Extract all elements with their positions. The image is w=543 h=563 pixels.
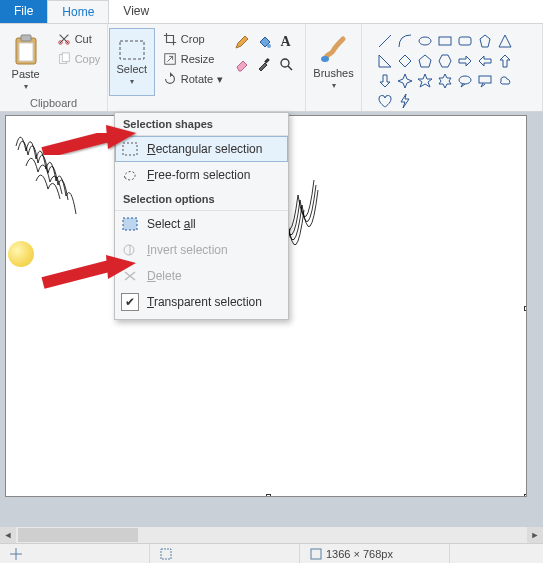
chevron-down-icon: ▾: [130, 77, 134, 86]
dropdown-section-options: Selection options: [115, 188, 288, 211]
canvas-handle-bottom[interactable]: [266, 494, 271, 496]
select-all-icon: [121, 215, 139, 233]
select-dropdown: Selection shapes Rectangular selection F…: [114, 112, 289, 320]
shape-curve[interactable]: [396, 32, 414, 50]
shape-line[interactable]: [376, 32, 394, 50]
group-image: Select ▾ Crop Resize Rotate ▾: [108, 24, 228, 111]
svg-point-16: [459, 76, 471, 84]
tab-home[interactable]: Home: [47, 0, 109, 23]
status-dimensions-value: 1366 × 768px: [326, 548, 393, 560]
svg-rect-14: [439, 37, 451, 45]
crop-button[interactable]: Crop: [159, 30, 227, 48]
tab-bar: File Home View: [0, 0, 543, 24]
shape-star4[interactable]: [396, 72, 414, 90]
shape-roundrect[interactable]: [456, 32, 474, 50]
zoom-tool[interactable]: [276, 54, 296, 74]
svg-point-12: [321, 56, 329, 62]
canvas-handle-right[interactable]: [524, 306, 526, 311]
paste-button[interactable]: Paste ▾: [3, 28, 49, 96]
scrollbar-horizontal[interactable]: ◄ ►: [0, 527, 543, 543]
chevron-down-icon: ▾: [24, 82, 28, 91]
status-image-size: 1366 × 768px: [300, 544, 450, 563]
shape-lightning[interactable]: [396, 92, 414, 110]
menu-rectangular-selection[interactable]: Rectangular selection: [115, 136, 288, 162]
shape-heart[interactable]: [376, 92, 394, 110]
pencil-tool[interactable]: [232, 32, 252, 52]
resize-icon: [163, 52, 177, 66]
text-tool[interactable]: A: [276, 32, 296, 52]
menu-select-all[interactable]: Select all: [115, 211, 288, 237]
svg-rect-1: [21, 35, 31, 41]
text-icon: A: [280, 34, 290, 50]
cut-button[interactable]: Cut: [53, 30, 105, 48]
eraser-tool[interactable]: [232, 54, 252, 74]
menu-free-label: Free-form selection: [147, 168, 250, 182]
bucket-icon: [256, 34, 272, 50]
shape-diamond[interactable]: [396, 52, 414, 70]
fill-tool[interactable]: [254, 32, 274, 52]
shape-rtriangle[interactable]: [376, 52, 394, 70]
shape-arrow-down[interactable]: [376, 72, 394, 90]
cut-label: Cut: [75, 33, 92, 45]
dropdown-section-shapes: Selection shapes: [115, 113, 288, 136]
canvas-artwork-blob: [8, 241, 34, 267]
brushes-label: Brushes: [313, 67, 353, 79]
select-label: Select: [117, 63, 148, 75]
paste-label: Paste: [12, 68, 40, 80]
svg-rect-7: [120, 41, 144, 59]
tab-file[interactable]: File: [0, 0, 47, 23]
chevron-down-icon: ▾: [332, 81, 336, 90]
scissors-icon: [57, 32, 71, 46]
shape-hexagon[interactable]: [436, 52, 454, 70]
scroll-left-button[interactable]: ◄: [0, 527, 16, 543]
shapes-palette[interactable]: [372, 28, 532, 110]
copy-label: Copy: [75, 53, 101, 65]
svg-point-11: [281, 59, 289, 67]
group-clipboard: Paste ▾ Cut Copy Clipboard: [0, 24, 108, 111]
menu-invert-label: Invert selection: [147, 243, 228, 257]
tab-view[interactable]: View: [109, 0, 163, 23]
svg-rect-21: [311, 549, 321, 559]
clipboard-icon: [12, 34, 40, 66]
menu-delete: Delete: [115, 263, 288, 289]
shape-star5[interactable]: [416, 72, 434, 90]
crosshair-icon: [10, 548, 22, 560]
select-free-icon: [121, 166, 139, 184]
shape-callout-cloud[interactable]: [496, 72, 514, 90]
menu-transparent-label: Transparent selection: [147, 295, 262, 309]
scroll-thumb[interactable]: [18, 528, 138, 542]
status-bar: 1366 × 768px: [0, 543, 543, 563]
shape-polygon[interactable]: [476, 32, 494, 50]
menu-invert-selection: Invert selection: [115, 237, 288, 263]
menu-transparent-selection[interactable]: ✔ Transparent selection: [115, 289, 288, 315]
canvas-handle-corner[interactable]: [524, 494, 526, 496]
menu-freeform-selection[interactable]: Free-form selection: [115, 162, 288, 188]
group-brushes: Brushes ▾: [306, 24, 362, 111]
shape-pentagon[interactable]: [416, 52, 434, 70]
shape-triangle[interactable]: [496, 32, 514, 50]
menu-delete-label: Delete: [147, 269, 182, 283]
scroll-right-button[interactable]: ►: [527, 527, 543, 543]
svg-rect-15: [459, 37, 471, 45]
picker-tool[interactable]: [254, 54, 274, 74]
resize-button[interactable]: Resize: [159, 50, 227, 68]
shape-callout-rect[interactable]: [476, 72, 494, 90]
shape-arrow-left[interactable]: [476, 52, 494, 70]
rotate-button[interactable]: Rotate ▾: [159, 70, 227, 88]
selection-size-icon: [160, 548, 172, 560]
menu-rect-label: Rectangular selection: [147, 142, 262, 156]
shape-star6[interactable]: [436, 72, 454, 90]
group-shapes: Shapes: [362, 24, 543, 111]
shape-oval[interactable]: [416, 32, 434, 50]
rotate-icon: [163, 72, 177, 86]
shape-arrow-right[interactable]: [456, 52, 474, 70]
chevron-down-icon: ▾: [217, 73, 223, 86]
select-button[interactable]: Select ▾: [109, 28, 155, 96]
select-rect-icon: [118, 39, 146, 61]
shape-arrow-up[interactable]: [496, 52, 514, 70]
annotation-arrow-2: [38, 253, 138, 293]
brushes-button[interactable]: Brushes ▾: [311, 28, 357, 96]
shape-callout-round[interactable]: [456, 72, 474, 90]
svg-rect-19: [123, 218, 137, 230]
shape-rect[interactable]: [436, 32, 454, 50]
